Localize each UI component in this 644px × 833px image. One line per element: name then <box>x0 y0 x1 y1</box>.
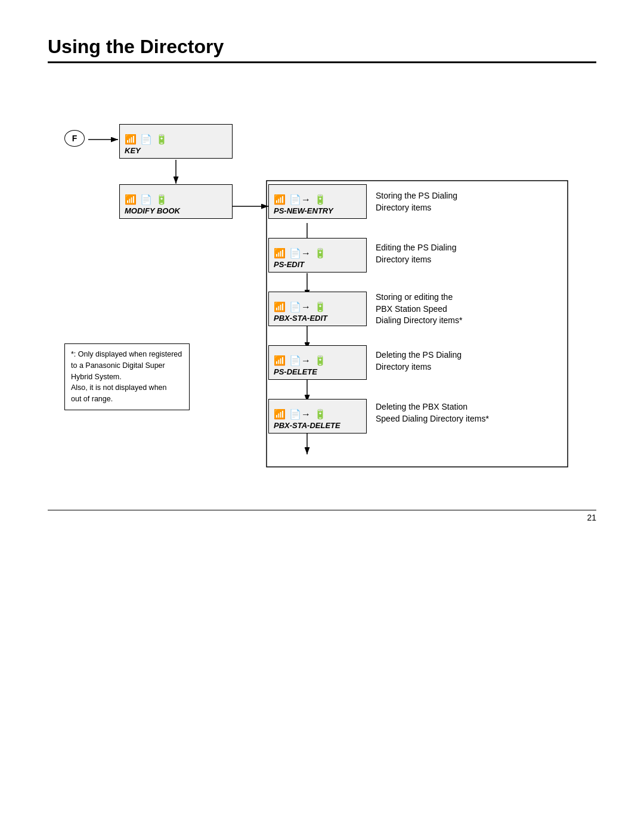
ps-edit-icons: 📶 📄→ 🔋 <box>274 247 326 259</box>
page-number: 21 <box>587 513 596 522</box>
f-button: F <box>64 130 85 147</box>
key-box-label: KEY <box>125 146 141 155</box>
pbx-sta-delete-battery-icon: 🔋 <box>314 408 326 420</box>
pbx-sta-delete-icons: 📶 📄→ 🔋 <box>274 408 326 420</box>
modify-book-battery-icon: 🔋 <box>156 194 168 205</box>
ps-delete-battery-icon: 🔋 <box>314 355 326 366</box>
ps-new-entry-label: PS-NEW-ENTRY <box>274 206 333 215</box>
key-box: 📶 📄 🔋 KEY <box>119 124 233 159</box>
key-battery-icon: 🔋 <box>156 134 168 145</box>
ps-new-entry-page-icon: 📄→ <box>289 194 311 205</box>
ps-delete-icons: 📶 📄→ 🔋 <box>274 355 326 366</box>
key-antenna-icon: 📶 <box>125 134 137 145</box>
pbx-sta-edit-antenna-icon: 📶 <box>274 301 286 312</box>
pbx-sta-edit-label: PBX-STA-EDIT <box>274 314 327 323</box>
pbx-sta-edit-desc-text: Storing or editing thePBX Station SpeedD… <box>376 292 462 325</box>
pbx-sta-edit-desc: Storing or editing thePBX Station SpeedD… <box>376 292 561 327</box>
ps-edit-desc-text: Editing the PS DialingDirectory items <box>376 243 456 264</box>
ps-edit-label: PS-EDIT <box>274 260 304 269</box>
footnote-text: *: Only displayed when registeredto a Pa… <box>71 350 182 403</box>
ps-delete-page-icon: 📄→ <box>289 355 311 366</box>
pbx-sta-edit-page-icon: 📄→ <box>289 301 311 312</box>
ps-delete-desc: Deleting the PS DialingDirectory items <box>376 349 555 373</box>
ps-edit-antenna-icon: 📶 <box>274 247 286 259</box>
ps-new-entry-battery-icon: 🔋 <box>314 194 326 205</box>
ps-new-entry-icons: 📶 📄→ 🔋 <box>274 194 326 205</box>
page-title: Using the Directory <box>48 36 596 58</box>
modify-book-label: MODIFY BOOK <box>125 206 180 215</box>
key-box-icons: 📶 📄 🔋 <box>125 134 168 145</box>
ps-new-entry-desc: Storing the PS DialingDirectory items <box>376 190 555 213</box>
pbx-sta-delete-label: PBX-STA-DELETE <box>274 421 340 430</box>
footnote-box: *: Only displayed when registeredto a Pa… <box>64 343 190 410</box>
modify-book-page-icon: 📄 <box>140 194 152 205</box>
ps-delete-antenna-icon: 📶 <box>274 355 286 366</box>
ps-edit-desc: Editing the PS DialingDirectory items <box>376 242 555 265</box>
ps-edit-box: 📶 📄→ 🔋 PS-EDIT <box>268 238 367 272</box>
pbx-sta-delete-desc-text: Deleting the PBX StationSpeed Dialing Di… <box>376 402 489 423</box>
title-divider <box>48 61 596 63</box>
key-page-icon: 📄 <box>140 134 152 145</box>
pbx-sta-edit-icons: 📶 📄→ 🔋 <box>274 301 326 312</box>
ps-delete-box: 📶 📄→ 🔋 PS-DELETE <box>268 345 367 380</box>
diagram-area: F 📶 📄 🔋 KEY 📶 📄 🔋 MODIFY BOOK 📶 📄 <box>48 87 596 504</box>
ps-delete-label: PS-DELETE <box>274 367 317 376</box>
modify-book-antenna-icon: 📶 <box>125 194 137 205</box>
ps-delete-desc-text: Deleting the PS DialingDirectory items <box>376 350 462 371</box>
pbx-sta-delete-box: 📶 📄→ 🔋 PBX-STA-DELETE <box>268 399 367 433</box>
pbx-sta-edit-box: 📶 📄→ 🔋 PBX-STA-EDIT <box>268 292 367 326</box>
ps-edit-battery-icon: 🔋 <box>314 247 326 259</box>
ps-new-entry-antenna-icon: 📶 <box>274 194 286 205</box>
bottom-rule <box>48 510 596 510</box>
pbx-sta-delete-desc: Deleting the PBX StationSpeed Dialing Di… <box>376 401 566 425</box>
ps-new-entry-box: 📶 📄→ 🔋 PS-NEW-ENTRY <box>268 184 367 219</box>
ps-edit-page-icon: 📄→ <box>289 247 311 259</box>
ps-new-entry-desc-text: Storing the PS DialingDirectory items <box>376 191 457 212</box>
modify-book-icons: 📶 📄 🔋 <box>125 194 168 205</box>
pbx-sta-delete-antenna-icon: 📶 <box>274 408 286 420</box>
modify-book-box: 📶 📄 🔋 MODIFY BOOK <box>119 184 233 219</box>
pbx-sta-edit-battery-icon: 🔋 <box>314 301 326 312</box>
pbx-sta-delete-page-icon: 📄→ <box>289 408 311 420</box>
f-button-label: F <box>72 134 78 143</box>
